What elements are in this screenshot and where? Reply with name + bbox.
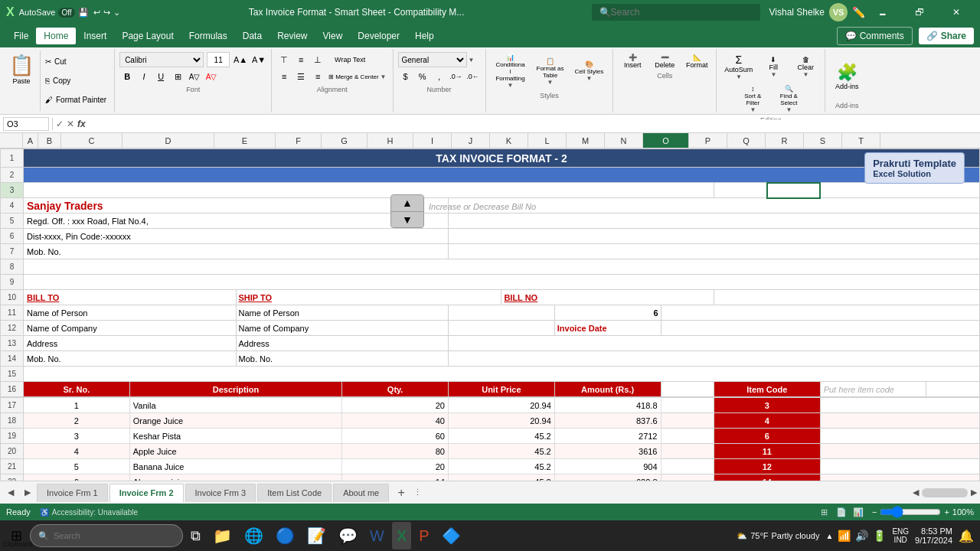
find-select-button[interactable]: 🔍 Find & Select ▼ — [773, 83, 805, 115]
col-N[interactable]: N — [605, 133, 643, 148]
format-painter-button[interactable]: 🖌 Format Painter — [44, 95, 108, 105]
ship-mob-cell[interactable]: Mob. No. — [236, 351, 449, 367]
sr-5[interactable]: 5 — [24, 459, 130, 474]
cell-m12[interactable] — [661, 321, 980, 336]
desc-5[interactable]: Banana Juice — [129, 459, 342, 474]
menu-item-review[interactable]: Review — [270, 28, 315, 44]
qty-5[interactable]: 20 — [342, 459, 449, 474]
vscode-button[interactable]: 📝 — [302, 522, 331, 549]
align-top-button[interactable]: ⊤ — [276, 52, 292, 67]
paste-button[interactable]: 📋 Paste — [3, 51, 41, 111]
cell-i11[interactable] — [449, 305, 555, 321]
spin-down-button[interactable]: ▼ — [391, 212, 423, 228]
merge-center-button[interactable]: ⊞ Merge & Center ▼ — [327, 72, 387, 82]
row-num-7[interactable]: 7 — [1, 244, 24, 259]
menu-item-home[interactable]: Home — [36, 28, 76, 44]
row-num-10[interactable]: 10 — [1, 290, 24, 305]
font-increase-button[interactable]: A▲ — [233, 52, 248, 67]
word-button[interactable]: W — [365, 522, 389, 549]
col-Q[interactable]: Q — [727, 133, 766, 148]
align-right-button[interactable]: ≡ — [310, 69, 325, 84]
sr-1[interactable]: 1 — [24, 398, 130, 413]
insert-button[interactable]: ➕ Insert — [618, 52, 647, 70]
col-B[interactable]: B — [38, 133, 61, 148]
cut-button[interactable]: ✂ Cut — [44, 57, 108, 67]
autosum-button[interactable]: Σ AutoSum ▼ — [721, 52, 756, 82]
page-break-view-button[interactable]: 📊 — [851, 506, 866, 518]
currency-button[interactable]: $ — [398, 69, 413, 84]
menu-item-formulas[interactable]: Formulas — [181, 28, 235, 44]
search-input[interactable] — [611, 7, 749, 18]
underline-button[interactable]: U — [153, 69, 168, 84]
cell-reference-input[interactable] — [3, 117, 49, 131]
menu-item-help[interactable]: Help — [407, 28, 442, 44]
cell-p3[interactable] — [820, 183, 979, 198]
menu-item-insert[interactable]: Insert — [76, 28, 114, 44]
sort-filter-button[interactable]: ↕ Sort & Filter ▼ — [737, 83, 769, 115]
col-T[interactable]: T — [842, 133, 880, 148]
code-4[interactable]: 11 — [714, 444, 820, 459]
cell-20-rest[interactable] — [820, 444, 979, 459]
qty-header[interactable]: Qty. — [342, 382, 449, 397]
desc-3[interactable]: Keshar Pista — [129, 429, 342, 444]
cell-17-rest[interactable] — [820, 398, 979, 413]
row-num-12[interactable]: 12 — [1, 321, 24, 336]
cell-i13[interactable] — [449, 336, 980, 351]
qty-3[interactable]: 60 — [342, 429, 449, 444]
cell-b8[interactable] — [24, 259, 980, 275]
spin-up-button[interactable]: ▲ — [391, 195, 423, 212]
sr-3[interactable]: 3 — [24, 429, 130, 444]
code-1[interactable]: 3 — [714, 398, 820, 413]
font-family-select[interactable]: Calibri — [119, 52, 204, 67]
tab-invoice-frm-2[interactable]: Invoice Frm 2 — [109, 484, 184, 502]
cell-r16[interactable] — [926, 382, 980, 397]
cell-b9[interactable] — [24, 275, 980, 290]
menu-item-view[interactable]: View — [315, 28, 351, 44]
copy-button[interactable]: ⎘ Copy — [44, 76, 108, 86]
format-button[interactable]: 📐 Format — [682, 52, 711, 70]
sr-header[interactable]: Sr. No. — [24, 382, 130, 397]
decrease-decimal-button[interactable]: .0← — [466, 69, 481, 84]
cell-j5[interactable] — [449, 214, 980, 229]
cell-styles-button[interactable]: 🎨 Cell Styles ▼ — [572, 52, 607, 90]
formula-input[interactable] — [89, 119, 977, 129]
code-3[interactable]: 6 — [714, 429, 820, 444]
desc-4[interactable]: Apple Juice — [129, 444, 342, 459]
price-4[interactable]: 45.2 — [449, 444, 555, 459]
minimize-button[interactable]: 🗕 — [865, 0, 900, 24]
cell-j7[interactable] — [449, 244, 980, 259]
bill-person-cell[interactable]: Name of Person — [24, 305, 237, 321]
task-view-button[interactable]: ⧉ — [186, 522, 205, 549]
bold-button[interactable]: B — [119, 69, 135, 84]
menu-item-file[interactable]: File — [6, 28, 36, 44]
percent-button[interactable]: % — [415, 69, 430, 84]
row-num-1[interactable]: 1 — [1, 149, 24, 168]
notification-button[interactable]: 🔔 — [959, 529, 974, 543]
col-M[interactable]: M — [567, 133, 605, 148]
col-F[interactable]: F — [276, 133, 322, 148]
volume-icon[interactable]: 🔊 — [855, 530, 868, 542]
menu-item-developer[interactable]: Developer — [350, 28, 407, 44]
edit-icon[interactable]: ✏️ — [852, 6, 865, 18]
tab-options-button[interactable]: ⋮ — [413, 487, 422, 497]
chrome-button[interactable]: 🔵 — [271, 522, 299, 549]
amount-3[interactable]: 2712 — [554, 429, 661, 444]
align-bottom-button[interactable]: ⊥ — [310, 52, 325, 67]
row-num-11[interactable]: 11 — [1, 305, 24, 321]
border-button[interactable]: ⊞ — [170, 69, 185, 84]
font-decrease-button[interactable]: A▼ — [251, 52, 266, 67]
teams-button[interactable]: 💬 — [334, 522, 362, 549]
restore-button[interactable]: 🗗 — [902, 0, 937, 24]
save-icon[interactable]: 💾 — [78, 8, 89, 18]
up-arrow-icon[interactable]: ▲ — [825, 532, 833, 540]
spinner-control[interactable]: ▲ ▼ — [390, 194, 424, 228]
price-2[interactable]: 20.94 — [449, 413, 555, 429]
mob-cell[interactable]: Mob. No. — [24, 244, 449, 259]
cell-n10[interactable] — [714, 290, 979, 305]
col-O[interactable]: O — [643, 133, 689, 148]
normal-view-button[interactable]: ⊞ — [817, 506, 832, 518]
autosave-toggle[interactable]: Off — [58, 8, 74, 18]
row-num-22[interactable]: 22 — [1, 474, 24, 481]
cell-b3[interactable] — [24, 183, 714, 198]
col-K[interactable]: K — [490, 133, 528, 148]
